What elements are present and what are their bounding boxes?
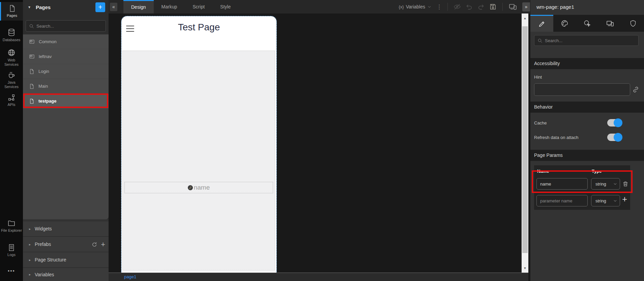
- column-header-type: Type: [592, 169, 602, 174]
- add-prefab-icon[interactable]: +: [101, 242, 105, 248]
- section-label: Variables: [35, 272, 54, 277]
- device-page-frame[interactable]: Test Page name: [121, 16, 276, 273]
- new-param-type-value: string: [595, 198, 606, 203]
- cache-toggle[interactable]: [607, 119, 622, 127]
- undo-icon[interactable]: [466, 3, 473, 10]
- folder-icon: [7, 219, 16, 227]
- tab-markup[interactable]: Markup: [154, 0, 185, 13]
- rail-item-web-services[interactable]: Web Services: [0, 49, 23, 67]
- page-item-label: testpage: [38, 99, 56, 104]
- toolbar-divider: [447, 3, 448, 11]
- scroll-up-icon[interactable]: ▲: [522, 17, 528, 20]
- redo-icon[interactable]: [477, 3, 485, 10]
- preview-eye-off-icon[interactable]: [453, 3, 461, 10]
- canvas-status-bar: page1: [109, 273, 528, 281]
- refresh-data-toggle[interactable]: [607, 134, 622, 141]
- design-canvas: Test Page name ▲ ▼ page1: [109, 13, 528, 281]
- param-name-input[interactable]: [536, 178, 588, 190]
- rail-item-pages[interactable]: Pages: [0, 2, 23, 21]
- partial-page-icon: [29, 54, 35, 59]
- hint-input[interactable]: [534, 83, 630, 96]
- status-page-name[interactable]: page1: [124, 274, 136, 279]
- tab-inspect[interactable]: [576, 15, 599, 32]
- param-type-select[interactable]: string: [591, 178, 620, 190]
- page-item-testpage[interactable]: testpage: [23, 94, 109, 108]
- new-param-name-input[interactable]: [536, 195, 588, 206]
- section-accessibility[interactable]: Accessibility: [530, 58, 644, 69]
- save-icon[interactable]: [489, 3, 497, 10]
- section-page-structure[interactable]: ▸ Page Structure: [23, 252, 109, 267]
- page-item-label: Common: [39, 39, 57, 44]
- search-icon: [537, 38, 543, 43]
- page-content-area[interactable]: name: [122, 51, 275, 271]
- rail-label: Databases: [0, 38, 23, 42]
- bind-link-badge: [188, 185, 193, 190]
- tab-properties-pencil[interactable]: [530, 15, 553, 32]
- inspect-cursor-icon: [583, 20, 591, 27]
- rail-overflow-menu[interactable]: •••: [0, 269, 23, 273]
- page-item-leftnav[interactable]: leftnav: [23, 49, 109, 64]
- chevron-right-icon: ▸: [29, 258, 31, 262]
- pages-panel-sections: ▸ Widgets ▸ Prefabs + ▸ Page Structure ▸…: [23, 219, 109, 281]
- tab-security[interactable]: [621, 15, 644, 32]
- pages-search[interactable]: [26, 20, 106, 32]
- page-icon: [29, 69, 34, 74]
- tab-script[interactable]: Script: [185, 0, 212, 13]
- variables-dropdown[interactable]: {x} Variables: [399, 4, 432, 9]
- section-prefabs[interactable]: ▸ Prefabs +: [23, 236, 109, 252]
- properties-search[interactable]: [534, 35, 639, 46]
- ellipsis-icon: •••: [8, 268, 15, 274]
- device-preview-icon[interactable]: [508, 3, 517, 11]
- chevron-down-icon: [613, 199, 617, 203]
- bind-link-icon[interactable]: [632, 86, 639, 93]
- rail-item-logs[interactable]: Logs: [0, 244, 23, 257]
- label-widget[interactable]: name: [124, 182, 273, 193]
- section-widgets[interactable]: ▸ Widgets: [23, 221, 109, 236]
- tab-styles-palette[interactable]: [553, 15, 576, 32]
- tab-style[interactable]: Style: [212, 0, 238, 13]
- rail-label: Pages: [1, 13, 23, 18]
- add-param-button[interactable]: +: [622, 195, 627, 203]
- pages-panel-header: ▾ Pages +: [23, 0, 109, 18]
- rail-item-apis[interactable]: APIs: [0, 94, 23, 107]
- properties-tabs: [530, 15, 644, 32]
- variables-braces-icon: {x}: [399, 4, 404, 9]
- column-header-name: Name: [537, 169, 549, 174]
- canvas-scrollbar-thumb[interactable]: [522, 26, 528, 253]
- variables-label: Variables: [406, 4, 425, 9]
- canvas-page-title[interactable]: Test Page: [121, 22, 276, 33]
- kebab-menu-icon[interactable]: ⋮: [436, 3, 442, 10]
- page-item-common[interactable]: Common: [23, 34, 109, 49]
- page-item-main[interactable]: Main: [23, 79, 109, 93]
- pages-list: Common leftnav Login Main testpage: [23, 34, 109, 219]
- pages-search-input[interactable]: [36, 24, 103, 29]
- chevron-down-icon[interactable]: ▾: [28, 5, 30, 9]
- add-page-button[interactable]: +: [95, 2, 105, 12]
- new-param-type-select[interactable]: string: [591, 195, 620, 206]
- page-item-label: leftnav: [39, 54, 52, 59]
- section-behavior[interactable]: Behavior: [530, 102, 644, 113]
- page-item-login[interactable]: Login: [23, 64, 109, 79]
- cache-label: Cache: [534, 120, 547, 125]
- section-label: Widgets: [35, 226, 52, 231]
- delete-param-trash-icon[interactable]: [622, 181, 628, 187]
- api-nodes-icon: [8, 94, 15, 101]
- section-variables[interactable]: ▸ Variables: [23, 268, 109, 281]
- canvas-scrollbar[interactable]: ▲ ▼: [522, 13, 528, 273]
- scroll-down-icon[interactable]: ▼: [522, 266, 528, 270]
- chevron-right-icon: ▸: [29, 227, 31, 231]
- page-item-label: Login: [38, 69, 49, 74]
- coffee-cup-icon: [7, 71, 16, 79]
- rail-item-databases[interactable]: Databases: [0, 28, 23, 42]
- expand-panel-button[interactable]: »: [522, 2, 530, 11]
- collapse-panel-button[interactable]: «: [110, 3, 117, 11]
- tab-design[interactable]: Design: [123, 0, 154, 13]
- toggle-knob: [614, 118, 622, 127]
- rail-item-java-services[interactable]: Java Services: [0, 71, 23, 89]
- tab-devices[interactable]: [599, 15, 622, 32]
- section-page-params[interactable]: Page Params: [530, 150, 644, 161]
- rail-item-file-explorer[interactable]: File Explorer: [0, 219, 23, 233]
- refresh-icon[interactable]: [91, 242, 97, 248]
- properties-search-input[interactable]: [545, 38, 635, 43]
- chevron-right-icon: ▸: [29, 243, 31, 246]
